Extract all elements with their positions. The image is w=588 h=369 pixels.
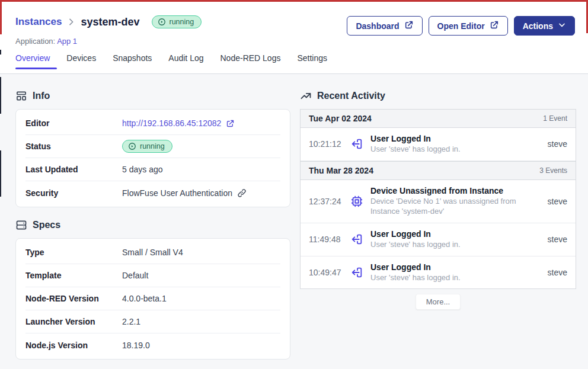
specs-row-value: 18.19.0 (122, 341, 280, 350)
status-badge-label: running (170, 18, 194, 26)
chevron-right-icon (66, 17, 76, 27)
status-badge: running (152, 15, 202, 28)
specs-row-nodejs-version: Node.js Version 18.19.0 (25, 333, 280, 357)
open-editor-button-label: Open Editor (437, 21, 485, 31)
chevron-down-icon (558, 21, 566, 31)
specs-row-label: Node.js Version (25, 341, 122, 350)
play-circle-icon (158, 18, 166, 26)
activity-date: Tue Apr 02 2024 (309, 114, 372, 123)
recent-activity-heading: Recent Activity (300, 90, 576, 102)
breadcrumb-instances-link[interactable]: Instances (15, 16, 62, 28)
activity-event-row[interactable]: 10:49:47 User Logged In User 'steve' has… (301, 256, 576, 289)
activity-timeline: Tue Apr 02 2024 1 Event 10:21:12 User Lo… (300, 109, 576, 289)
dashboard-button[interactable]: Dashboard (347, 16, 422, 36)
login-icon (350, 266, 363, 279)
info-row-security: Security FlowFuse User Authentication (25, 181, 280, 204)
screenshot-edge-artifact (0, 150, 1, 197)
activity-group: Tue Apr 02 2024 1 Event 10:21:12 User Lo… (301, 110, 576, 161)
screenshot-edge-artifact (0, 77, 1, 114)
specs-row-template: Template Default (25, 264, 280, 287)
specs-row-label: Type (25, 248, 122, 257)
specs-section-heading: Specs (15, 219, 290, 231)
event-description: User 'steve' has logged in. (370, 145, 537, 155)
screenshot-edge-artifact (0, 50, 1, 54)
security-value: FlowFuse User Authentication (122, 188, 232, 198)
event-user: steve (548, 139, 567, 149)
specs-row-node-red-version: Node-RED Version 4.0.0-beta.1 (25, 287, 280, 310)
application-link[interactable]: App 1 (57, 37, 77, 46)
event-time: 12:37:24 (309, 197, 343, 206)
info-row-last-updated: Last Updated 5 days ago (25, 158, 280, 181)
dashboard-button-label: Dashboard (356, 21, 399, 31)
specs-section-title: Specs (33, 220, 60, 230)
specs-row-value: Default (122, 271, 280, 280)
activity-date: Thu Mar 28 2024 (309, 166, 373, 175)
external-link-icon[interactable] (226, 119, 235, 128)
specs-row-value: Small / Small V4 (122, 248, 280, 257)
specs-card: Type Small / Small V4 Template Default N… (15, 238, 290, 360)
open-editor-button[interactable]: Open Editor (429, 16, 508, 36)
activity-event-count: 3 Events (539, 166, 567, 175)
event-title: User Logged In (370, 262, 537, 272)
info-section-title: Info (33, 91, 50, 101)
instance-tabs: Overview Devices Snapshots Audit Log Nod… (15, 53, 327, 69)
specs-row-label: Node-RED Version (25, 294, 122, 303)
template-icon (15, 90, 27, 102)
play-circle-icon (128, 142, 136, 150)
activity-event-row[interactable]: 10:21:12 User Logged In User 'steve' has… (301, 128, 576, 161)
specs-row-launcher-version: Launcher Version 2.2.1 (25, 310, 280, 333)
info-row-label: Security (25, 188, 122, 198)
chip-icon (350, 195, 363, 208)
event-user: steve (548, 268, 567, 277)
actions-button[interactable]: Actions (514, 16, 575, 36)
activity-event-row[interactable]: 12:37:24 Device Unassigned from Instance… (301, 180, 576, 223)
tab-overview[interactable]: Overview (15, 53, 50, 69)
event-time: 10:21:12 (309, 139, 343, 149)
event-description: User 'steve' has logged in. (370, 273, 537, 283)
specs-row-value: 4.0.0-beta.1 (122, 294, 280, 303)
info-row-label: Status (25, 142, 122, 151)
activity-event-count: 1 Event (543, 114, 567, 123)
application-label: Application: (15, 37, 55, 46)
event-time: 11:49:48 (309, 235, 343, 244)
status-badge-label: running (140, 142, 165, 150)
chain-link-icon[interactable] (237, 188, 247, 198)
tab-settings[interactable]: Settings (297, 53, 327, 69)
editor-url-link[interactable]: http://192.168.86.45:12082 (122, 118, 221, 128)
activity-date-header: Thu Mar 28 2024 3 Events (301, 161, 576, 180)
external-link-icon (404, 20, 414, 31)
activity-date-header: Tue Apr 02 2024 1 Event (301, 110, 576, 128)
tab-audit-log[interactable]: Audit Log (168, 53, 203, 69)
recent-activity-title: Recent Activity (317, 91, 385, 101)
info-row-label: Last Updated (25, 165, 122, 174)
activity-group: Thu Mar 28 2024 3 Events 12:37:24 Device… (301, 161, 576, 289)
event-description: User 'steve' has logged in. (370, 240, 537, 250)
trending-up-icon (300, 90, 312, 102)
server-icon (15, 219, 27, 231)
header-buttons: Dashboard Open Editor Actions (347, 16, 575, 36)
event-user: steve (548, 197, 567, 206)
external-link-icon (490, 20, 499, 31)
specs-row-label: Template (25, 271, 122, 280)
application-line: Application: App 1 (15, 37, 77, 46)
screenshot-border-left (0, 0, 2, 34)
tab-node-red-logs[interactable]: Node-RED Logs (220, 53, 281, 69)
info-section-heading: Info (15, 90, 290, 102)
load-more-button[interactable]: More... (416, 294, 461, 310)
info-row-label: Editor (25, 118, 122, 128)
screenshot-border-top (0, 0, 588, 2)
page-header: Instances system-dev running Application… (0, 0, 588, 74)
activity-event-row[interactable]: 11:49:48 User Logged In User 'steve' has… (301, 223, 576, 256)
event-title: Device Unassigned from Instance (370, 186, 537, 195)
event-title: User Logged In (370, 134, 537, 143)
breadcrumb: Instances system-dev running (15, 15, 202, 28)
specs-row-value: 2.2.1 (122, 317, 280, 326)
tab-devices[interactable]: Devices (66, 53, 96, 69)
last-updated-value: 5 days ago (122, 165, 280, 174)
event-time: 10:49:47 (309, 268, 343, 277)
specs-row-type: Type Small / Small V4 (25, 241, 280, 264)
actions-button-label: Actions (523, 21, 553, 31)
tab-snapshots[interactable]: Snapshots (113, 53, 152, 69)
event-title: User Logged In (370, 229, 537, 239)
login-icon (350, 233, 363, 246)
